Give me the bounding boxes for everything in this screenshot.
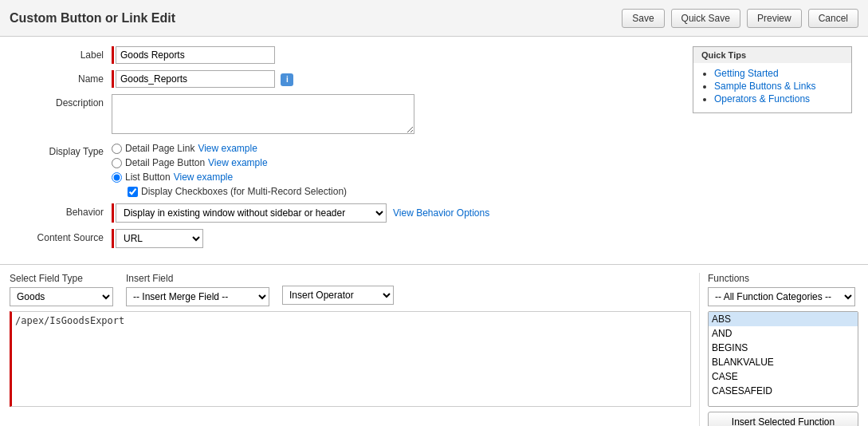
insert-operator-group: Insert Operator [282,286,394,306]
detail-button-example[interactable]: View example [208,157,267,168]
radio-detail-button-input[interactable] [112,158,122,168]
code-editor[interactable]: /apex/IsGoodsExport [10,311,691,407]
name-input-wrap: i [112,70,677,88]
save-button[interactable]: Save [622,9,664,28]
functions-label: Functions [708,273,858,284]
quick-tips-list: Getting Started Sample Buttons & Links O… [701,68,843,105]
radio-detail-link-input[interactable] [112,144,122,154]
bottom-section: Select Field Type Goods Insert Field -- … [0,265,868,426]
function-and[interactable]: AND [709,326,858,341]
radio-list-button-label: List Button [125,172,171,183]
name-field-label: Name [16,70,112,85]
insert-field-select[interactable]: -- Insert Merge Field -- [126,287,269,306]
description-input-wrap [112,94,677,136]
header-bar: Custom Button or Link Edit Save Quick Sa… [0,0,868,37]
page-title: Custom Button or Link Edit [10,11,615,26]
display-type-label: Display Type [16,143,112,157]
checkbox-multi-record-input[interactable] [128,187,138,197]
name-input[interactable] [116,70,275,88]
list-button-example[interactable]: View example [174,172,233,183]
select-field-type-label: Select Field Type [10,273,113,284]
behavior-control: Display in existing window without sideb… [112,203,677,223]
checkbox-multi-record-label: Display Checkboxes (for Multi-Record Sel… [141,186,347,197]
radio-detail-page-link: Detail Page Link View example [112,143,677,154]
checkbox-multi-record: Display Checkboxes (for Multi-Record Sel… [128,186,677,197]
quick-tips-operators: Operators & Functions [714,93,843,105]
function-casesafeid[interactable]: CASESAFEID [709,384,858,398]
form-section: Label Name i Description Display Type [0,37,868,265]
description-field-label: Description [16,94,112,108]
radio-detail-button-label: Detail Page Button [125,157,205,168]
view-behavior-options-link[interactable]: View Behavior Options [393,207,489,219]
content-source-select[interactable]: URL [116,229,203,248]
form-fields: Label Name i Description Display Type [0,46,693,254]
bottom-left-panel: Select Field Type Goods Insert Field -- … [10,273,699,426]
radio-detail-link-label: Detail Page Link [125,143,194,154]
name-row: Name i [16,70,677,88]
preview-button[interactable]: Preview [747,9,802,28]
operators-functions-link[interactable]: Operators & Functions [714,93,810,105]
code-content: /apex/IsGoodsExport [15,315,124,326]
function-begins[interactable]: BEGINS [709,341,858,355]
function-blankvalue[interactable]: BLANKVALUE [709,355,858,369]
radio-list-button-input[interactable] [112,172,122,183]
getting-started-link[interactable]: Getting Started [714,68,779,79]
content-source-control: URL [112,229,677,248]
insert-selected-function-button[interactable]: Insert Selected Function [708,412,858,426]
insert-operator-select[interactable]: Insert Operator [282,286,394,305]
cancel-button[interactable]: Cancel [808,9,858,28]
behavior-field-label: Behavior [16,203,112,218]
display-type-row: Display Type Detail Page Link View examp… [16,143,677,197]
function-categories-select[interactable]: -- All Function Categories -- [708,287,855,306]
insert-field-group: Insert Field -- Insert Merge Field -- [126,273,269,306]
label-input[interactable] [116,46,275,64]
info-icon[interactable]: i [281,73,293,86]
description-input[interactable] [112,94,414,134]
quick-save-button[interactable]: Quick Save [671,9,740,28]
functions-list[interactable]: ABS AND BEGINS BLANKVALUE CASE CASESAFEI… [708,311,858,407]
content-source-label: Content Source [16,229,112,243]
radio-detail-page-button: Detail Page Button View example [112,157,677,168]
behavior-row: Behavior Display in existing window with… [16,203,677,223]
label-field-label: Label [16,46,112,61]
radio-list-button: List Button View example [112,172,677,183]
bottom-controls-row: Select Field Type Goods Insert Field -- … [10,273,691,306]
label-input-wrap [112,46,677,64]
select-field-type-group: Select Field Type Goods [10,273,113,306]
select-field-type-select[interactable]: Goods [10,287,113,306]
label-row: Label [16,46,677,64]
radio-group-display-type: Detail Page Link View example Detail Pag… [112,143,677,197]
display-type-options: Detail Page Link View example Detail Pag… [112,143,677,197]
sample-buttons-link[interactable]: Sample Buttons & Links [714,81,815,92]
description-row: Description [16,94,677,136]
behavior-row-inner: Display in existing window without sideb… [116,203,677,223]
insert-field-label: Insert Field [126,273,269,284]
quick-tips-title: Quick Tips [693,47,851,63]
function-case[interactable]: CASE [709,369,858,384]
content-source-row: Content Source URL [16,229,677,248]
quick-tips-panel: Quick Tips Getting Started Sample Button… [693,46,852,113]
functions-categories-wrap: -- All Function Categories -- [708,287,858,306]
detail-link-example[interactable]: View example [198,143,257,154]
behavior-select[interactable]: Display in existing window without sideb… [116,203,387,223]
functions-panel: Functions -- All Function Categories -- … [699,273,858,426]
quick-tips-getting-started: Getting Started [714,68,843,79]
quick-tips-sample-buttons: Sample Buttons & Links [714,81,843,92]
function-abs[interactable]: ABS [709,312,858,326]
